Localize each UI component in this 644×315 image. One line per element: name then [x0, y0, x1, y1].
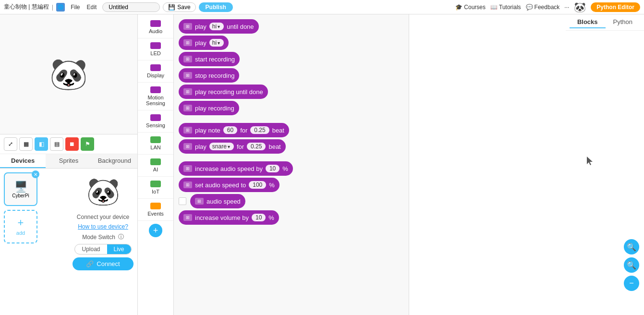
iot-label: IoT [152, 189, 159, 194]
brand-label: 童心制物 | 慧編程 [4, 3, 49, 11]
audio-speed-checkbox[interactable] [179, 197, 186, 205]
events-label: Events [147, 211, 164, 217]
tab-background[interactable]: Background [92, 154, 137, 168]
lan-label: LAN [150, 145, 160, 150]
tab-blocks[interactable]: Blocks [570, 16, 606, 28]
category-ai[interactable]: AI [138, 155, 173, 177]
zoom-fit-button[interactable]: 🔍 [624, 257, 639, 273]
drum-duration-input[interactable]: 0.25 [247, 143, 266, 150]
save-button[interactable]: 💾 Save [163, 2, 195, 12]
category-iot[interactable]: IoT [138, 177, 173, 199]
tab-sprites[interactable]: Sprites [46, 154, 91, 168]
stop-button[interactable]: ⏹ [65, 137, 79, 151]
block-play-snare[interactable]: play snare for 0.25 beat [179, 139, 286, 154]
mode-switch-row: Mode Switch ⓘ [82, 233, 124, 241]
category-lan[interactable]: LAN [138, 133, 173, 155]
device-close-button[interactable]: ✕ [32, 170, 39, 178]
block-start-recording[interactable]: start recording [179, 52, 240, 66]
upload-mode-option[interactable]: Upload [75, 244, 107, 254]
add-icon: + [18, 218, 24, 228]
left-panel: 🐼 ⤢ ▦ ◧ ▤ ⏹ ⚑ Devices Sprites Background… [0, 14, 138, 315]
motion-label: Motion Sensing [140, 95, 171, 106]
block-icon [183, 105, 192, 111]
block-play-recording[interactable]: play recording [179, 101, 239, 115]
live-mode-option[interactable]: Live [107, 244, 131, 254]
add-category-button[interactable]: + [149, 224, 162, 237]
feedback-link[interactable]: 💬 Feedback [526, 4, 560, 11]
tutorials-link[interactable]: 📖 Tutorials [490, 4, 521, 11]
play-sound-dropdown-2[interactable]: hi [209, 39, 224, 47]
category-audio[interactable]: Audio [138, 16, 173, 38]
courses-icon: 🎓 [455, 4, 462, 11]
note-value-input[interactable]: 60 [223, 126, 237, 134]
list-item: set audio speed to 100 % [179, 178, 404, 192]
block-play-hi[interactable]: play hi [179, 36, 229, 50]
speed-set-input[interactable]: 100 [249, 181, 266, 189]
add-device-button[interactable]: + add [4, 210, 37, 243]
devices-content: ✕ 🖥️ CyberPi + add 🐼 Connect your device… [0, 169, 137, 315]
mode-switch-help[interactable]: ⓘ [118, 233, 124, 241]
block-play-note[interactable]: play note 60 for 0.25 beat [179, 123, 289, 137]
python-editor-button[interactable]: Python Editor [591, 2, 640, 12]
drum-type-dropdown[interactable]: snare [209, 143, 234, 150]
sensing-label: Sensing [146, 122, 165, 128]
category-led[interactable]: LED [138, 38, 173, 61]
audio-icon [150, 20, 161, 27]
menu-edit[interactable]: Edit [84, 3, 100, 12]
run-button[interactable]: ⚑ [81, 137, 94, 151]
volume-increase-input[interactable]: 10 [252, 214, 266, 221]
list-item: increase volume by 10 % [179, 210, 404, 225]
link-icon: 🔗 [86, 260, 94, 267]
display-label: Display [147, 73, 164, 78]
device-name: CyberPi [12, 193, 29, 198]
category-display[interactable]: Display [138, 61, 173, 83]
workspace[interactable]: Blocks Python 🔍 🔍 − [409, 14, 644, 315]
device-cyberpi[interactable]: ✕ 🖥️ CyberPi [4, 172, 37, 206]
block-icon [183, 127, 192, 133]
play-sound-dropdown-1[interactable]: hi [209, 23, 224, 30]
ai-label: AI [153, 167, 158, 172]
block-set-audio-speed[interactable]: set audio speed to 100 % [179, 178, 279, 192]
menu-file[interactable]: File [68, 3, 83, 12]
cursor-indicator [587, 157, 595, 168]
block-icon [183, 165, 192, 172]
sprite-image-area: 🐼 [74, 172, 132, 211]
ai-icon [150, 158, 161, 165]
blocks-list: play hi until done play hi start recordi… [174, 14, 409, 298]
block-increase-audio-speed[interactable]: increase audio speed by 10 % [179, 161, 293, 176]
list-item: stop recording [179, 68, 404, 83]
logo-icon: 🌐 [56, 3, 65, 12]
block-increase-volume[interactable]: increase volume by 10 % [179, 210, 279, 225]
view-single-button[interactable]: ◧ [35, 137, 48, 151]
category-sensing[interactable]: Sensing [138, 110, 173, 133]
view-grid-button[interactable]: ▦ [19, 137, 33, 151]
zoom-in-button[interactable]: 🔍 [624, 239, 639, 254]
block-audio-speed[interactable]: audio speed [190, 194, 245, 208]
publish-button[interactable]: Publish [199, 2, 233, 12]
block-icon [183, 56, 192, 62]
led-icon [150, 42, 161, 49]
tab-devices[interactable]: Devices [0, 154, 46, 168]
list-item: audio speed [179, 194, 404, 208]
events-icon [150, 203, 161, 209]
how-to-use-link[interactable]: How to use device? [78, 223, 128, 230]
category-motion[interactable]: Motion Sensing [138, 83, 173, 110]
block-icon [183, 39, 192, 46]
note-duration-input[interactable]: 0.25 [250, 126, 269, 134]
project-title-input[interactable] [102, 2, 160, 12]
block-play-recording-until-done[interactable]: play recording until done [179, 85, 268, 99]
sensing-icon [150, 114, 161, 121]
categories-panel: Audio LED Display Motion Sensing Sensing… [138, 14, 174, 315]
tab-python[interactable]: Python [606, 16, 640, 28]
more-button[interactable]: ··· [564, 4, 569, 11]
block-stop-recording[interactable]: stop recording [179, 68, 239, 83]
view-list-button[interactable]: ▤ [50, 137, 63, 151]
category-events[interactable]: Events [138, 199, 173, 221]
courses-link[interactable]: 🎓 Courses [455, 4, 486, 11]
speed-increase-input[interactable]: 10 [266, 165, 279, 172]
connect-button[interactable]: 🔗 Connect [73, 257, 134, 270]
expand-button[interactable]: ⤢ [4, 137, 17, 151]
block-play-hi-until-done[interactable]: play hi until done [179, 19, 259, 34]
main-layout: 🐼 ⤢ ▦ ◧ ▤ ⏹ ⚑ Devices Sprites Background… [0, 14, 644, 315]
zoom-out-button[interactable]: − [624, 276, 639, 291]
